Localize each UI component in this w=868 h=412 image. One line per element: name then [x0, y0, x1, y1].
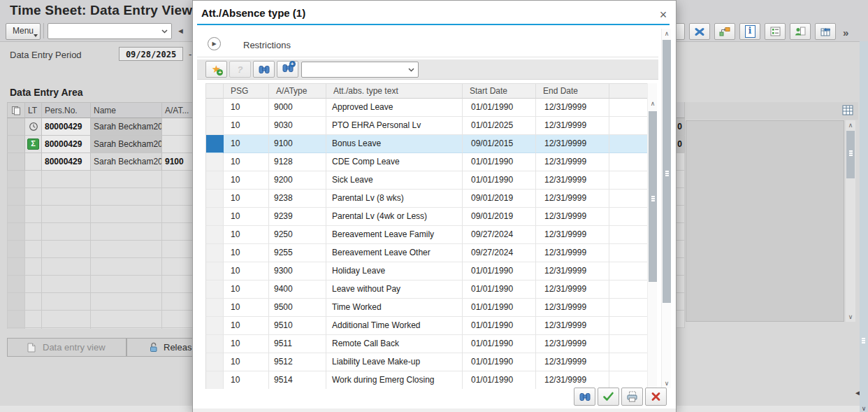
cell[interactable]: 12/31/9999	[536, 99, 609, 117]
cell[interactable]: 9514	[269, 371, 326, 389]
cancel-button[interactable]	[645, 388, 667, 406]
row-selector-cell[interactable]	[206, 353, 224, 371]
cell[interactable]: 10	[224, 135, 269, 153]
cell[interactable]: 10	[224, 171, 269, 190]
cell[interactable]: 01/01/1990	[463, 317, 536, 335]
scrollbar-thumb[interactable]	[663, 40, 671, 303]
row-selector-cell[interactable]	[206, 317, 224, 335]
cell[interactable]: 01/01/1990	[463, 353, 536, 371]
cell[interactable]: 10	[224, 280, 269, 299]
row-selector-cell[interactable]	[206, 262, 224, 280]
cell[interactable]: 12/31/9999	[536, 208, 609, 226]
cell[interactable]: 12/31/9999	[536, 135, 609, 153]
cell[interactable]: Bereavement Leave Family	[326, 226, 463, 244]
cell[interactable]: 9250	[269, 226, 326, 244]
empty-row[interactable]	[7, 311, 214, 328]
cell[interactable]: 09/27/2024	[463, 226, 536, 244]
cell[interactable]: 12/31/9999	[536, 280, 609, 299]
table-row[interactable]: 80000429 Sarah Beckham20 9100	[7, 153, 214, 171]
cell[interactable]: Parental Lv (4wk or Less)	[326, 208, 463, 226]
cell[interactable]: 10	[224, 99, 269, 117]
cell[interactable]: Leave without Pay	[326, 280, 463, 299]
cell[interactable]: 10	[224, 153, 269, 171]
find-button[interactable]	[253, 61, 275, 78]
person-document-button[interactable]	[790, 23, 811, 40]
value-help-row[interactable]: 109100Bonus Leave09/01/201512/31/9999	[206, 135, 647, 153]
scroll-down-icon[interactable]: ∨	[662, 380, 672, 387]
empty-row[interactable]	[7, 206, 214, 223]
cell[interactable]: 10	[224, 117, 269, 135]
filter-combobox[interactable]	[301, 62, 419, 78]
value-help-row[interactable]: 109510Additional Time Worked01/01/199012…	[206, 317, 647, 335]
cell[interactable]: 9128	[269, 153, 326, 171]
cell[interactable]: 10	[224, 371, 269, 389]
value-help-row[interactable]: 109500Time Worked01/01/199012/31/9999	[206, 299, 647, 317]
scroll-down-icon[interactable]: ∨	[846, 313, 855, 320]
value-help-row[interactable]: 109511Remote Call Back01/01/199012/31/99…	[206, 335, 647, 353]
cell[interactable]: 10	[224, 317, 269, 335]
find-button[interactable]	[574, 388, 595, 406]
cell[interactable]: 9510	[269, 317, 326, 335]
cell[interactable]: PTO EHRA Personal Lv	[326, 117, 463, 135]
column-header-end-date[interactable]: End Date	[536, 83, 609, 99]
row-selector-cell[interactable]	[206, 335, 224, 353]
empty-row[interactable]	[7, 293, 214, 311]
cell[interactable]: Bonus Leave	[326, 135, 463, 153]
cell[interactable]: 9030	[269, 117, 326, 135]
cell[interactable]: Liability Leave Make-up	[326, 353, 463, 371]
value-help-row[interactable]: 109250Bereavement Leave Family09/27/2024…	[206, 226, 647, 244]
find-next-button[interactable]: +	[277, 61, 298, 78]
value-help-row[interactable]: 109030PTO EHRA Personal Lv01/01/202512/3…	[206, 117, 647, 135]
expand-restrictions-button[interactable]: ▶	[208, 37, 221, 50]
cell[interactable]: 9512	[269, 353, 326, 371]
empty-row[interactable]	[7, 328, 214, 329]
scroll-up-icon[interactable]: ∧	[648, 100, 658, 107]
cell[interactable]: 12/31/9999	[536, 317, 609, 335]
row-selector-cell[interactable]	[206, 153, 224, 171]
cell[interactable]: CDE Comp Leave	[326, 153, 463, 171]
row-selector-cell[interactable]	[7, 118, 25, 136]
cell[interactable]: 10	[224, 299, 269, 317]
cell[interactable]: 9255	[269, 244, 326, 262]
value-help-row[interactable]: 109239Parental Lv (4wk or Less)09/01/201…	[206, 208, 647, 226]
cell[interactable]: Remote Call Back	[326, 335, 463, 353]
row-selector-cell[interactable]	[206, 244, 224, 262]
value-help-row[interactable]: 109512Liability Leave Make-up01/01/19901…	[206, 353, 647, 371]
cell[interactable]: Holiday Leave	[326, 262, 463, 280]
cell[interactable]: 12/31/9999	[536, 353, 609, 371]
name-cell[interactable]: Sarah Beckham20	[91, 153, 162, 171]
cell[interactable]: 09/01/2019	[463, 190, 536, 208]
row-selector-cell[interactable]	[206, 135, 224, 153]
row-selector-cell[interactable]	[206, 226, 224, 244]
row-selector-cell[interactable]	[7, 153, 25, 171]
cell[interactable]: Additional Time Worked	[326, 317, 463, 335]
row-selector-cell[interactable]	[206, 171, 224, 190]
cell[interactable]: 01/01/1990	[463, 335, 536, 353]
scroll-down-icon[interactable]: ∨	[860, 405, 868, 412]
row-selector-cell[interactable]	[206, 99, 224, 117]
cell[interactable]: 01/01/1990	[463, 371, 536, 389]
cell[interactable]: 9238	[269, 190, 326, 208]
value-help-row[interactable]: 109514Work during Emerg Closing01/01/199…	[206, 371, 647, 389]
column-header-aatype[interactable]: A/AType	[269, 83, 326, 99]
cell[interactable]: 01/01/1990	[463, 262, 536, 280]
cell[interactable]: 12/31/9999	[536, 226, 609, 244]
value-help-row[interactable]: 109200Sick Leave01/01/199012/31/9999	[206, 171, 647, 190]
column-header-psg[interactable]: PSG	[224, 83, 269, 99]
cell[interactable]: 10	[224, 190, 269, 208]
cell[interactable]: 12/31/9999	[536, 244, 609, 262]
persno-cell[interactable]: 80000429	[42, 136, 91, 153]
value-help-row[interactable]: 109400Leave without Pay01/01/199012/31/9…	[206, 280, 647, 299]
cell[interactable]: 9300	[269, 262, 326, 280]
value-help-row[interactable]: 109300Holiday Leave01/01/199012/31/9999	[206, 262, 647, 280]
empty-row[interactable]	[7, 241, 214, 258]
cell[interactable]: 09/01/2019	[463, 208, 536, 226]
name-cell[interactable]: Sarah Beckham20	[91, 136, 162, 153]
value-help-row[interactable]: 109238Parental Lv (8 wks)09/01/201912/31…	[206, 190, 647, 208]
column-header-persno[interactable]: Pers.No.	[42, 102, 91, 118]
scrollbar-thumb[interactable]	[649, 111, 657, 282]
cell[interactable]: 10	[224, 353, 269, 371]
empty-row[interactable]	[7, 223, 214, 241]
cell[interactable]: 9511	[269, 335, 326, 353]
row-selector-cell[interactable]	[206, 280, 224, 299]
